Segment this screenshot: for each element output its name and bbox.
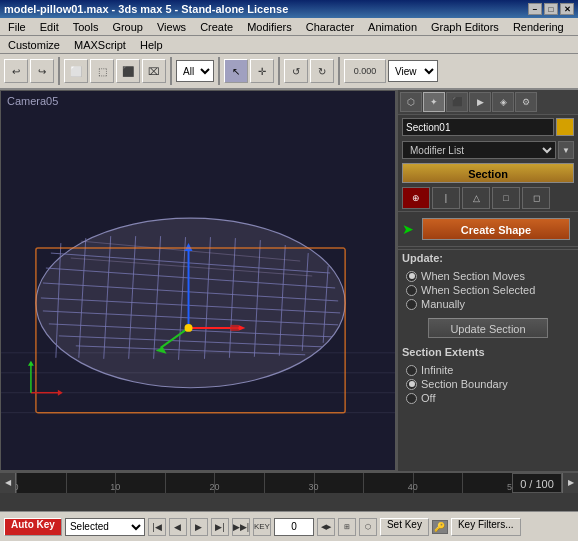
menu-bar-2: Customize MAXScript Help bbox=[0, 36, 578, 54]
mini-controls-3[interactable]: ⬡ bbox=[359, 518, 377, 536]
subobj-element[interactable]: ◻ bbox=[522, 187, 550, 209]
radio-moves-label: When Section Moves bbox=[421, 270, 525, 282]
prev-frame-button[interactable]: ◀ bbox=[169, 518, 187, 536]
mini-controls-2[interactable]: ⊞ bbox=[338, 518, 356, 536]
filter-select[interactable]: All bbox=[176, 60, 214, 82]
timeline-prev-btn[interactable]: ◀ bbox=[0, 473, 16, 493]
panel-icon-display[interactable]: ⬡ bbox=[400, 92, 422, 112]
maximize-button[interactable]: □ bbox=[544, 3, 558, 15]
object-color-box[interactable] bbox=[556, 118, 574, 136]
select-tool[interactable]: ↖ bbox=[224, 59, 248, 83]
panel-icon-motion[interactable]: ▶ bbox=[469, 92, 491, 112]
menu-modifiers[interactable]: Modifiers bbox=[241, 20, 298, 34]
menu-help[interactable]: Help bbox=[134, 38, 169, 52]
menu-edit[interactable]: Edit bbox=[34, 20, 65, 34]
modifier-list-row: Modifier List ▼ bbox=[398, 139, 578, 161]
undo-transform[interactable]: ↺ bbox=[284, 59, 308, 83]
menu-customize[interactable]: Customize bbox=[2, 38, 66, 52]
radio-infinite[interactable]: Infinite bbox=[406, 364, 570, 376]
menu-graph-editors[interactable]: Graph Editors bbox=[425, 20, 505, 34]
radio-off[interactable]: Off bbox=[406, 392, 570, 404]
play-button[interactable]: ▶ bbox=[190, 518, 208, 536]
viewport-canvas bbox=[1, 91, 395, 470]
extents-radio-group: Infinite Section Boundary Off bbox=[398, 360, 578, 408]
menu-animation[interactable]: Animation bbox=[362, 20, 423, 34]
radio-infinite-btn[interactable] bbox=[406, 365, 417, 376]
close-button[interactable]: ✕ bbox=[560, 3, 574, 15]
select-region-button[interactable]: ⬚ bbox=[90, 59, 114, 83]
subobj-edge[interactable]: | bbox=[432, 187, 460, 209]
panel-icon-hierarchy[interactable]: ⬛ bbox=[446, 92, 468, 112]
radio-manually[interactable]: Manually bbox=[406, 298, 570, 310]
radio-moves-btn[interactable] bbox=[406, 271, 417, 282]
next-frame-button[interactable]: ▶| bbox=[211, 518, 229, 536]
toolbar-separator-1 bbox=[58, 57, 60, 85]
menu-tools[interactable]: Tools bbox=[67, 20, 105, 34]
radio-section-boundary[interactable]: Section Boundary bbox=[406, 378, 570, 390]
menu-group[interactable]: Group bbox=[106, 20, 149, 34]
modifier-list-arrow[interactable]: ▼ bbox=[558, 141, 574, 159]
subobj-face[interactable]: △ bbox=[462, 187, 490, 209]
auto-key-button[interactable]: Auto Key bbox=[4, 518, 62, 536]
key-filters-button[interactable]: Key Filters... bbox=[451, 518, 521, 536]
set-key-button[interactable]: Set Key bbox=[380, 518, 429, 536]
radio-off-btn[interactable] bbox=[406, 393, 417, 404]
menu-rendering[interactable]: Rendering bbox=[507, 20, 570, 34]
go-to-start-button[interactable]: |◀ bbox=[148, 518, 166, 536]
toolbar-separator-2 bbox=[170, 57, 172, 85]
menu-file[interactable]: File bbox=[2, 20, 32, 34]
toolbar-separator-3 bbox=[218, 57, 220, 85]
subobj-poly[interactable]: □ bbox=[492, 187, 520, 209]
toolbar-separator-5 bbox=[338, 57, 340, 85]
timeline-next-btn[interactable]: ▶ bbox=[562, 473, 578, 493]
timeline-bar: ◀ 0 10 20 30 40 50 0 / 100 ▶ bbox=[0, 473, 578, 493]
radio-selected-btn[interactable] bbox=[406, 285, 417, 296]
modifier-list-select[interactable]: Modifier List bbox=[402, 141, 556, 159]
radio-boundary-label: Section Boundary bbox=[421, 378, 508, 390]
timeline-track[interactable]: 0 10 20 30 40 50 bbox=[16, 473, 512, 493]
subobj-row: ⊕ | △ □ ◻ bbox=[398, 185, 578, 212]
radio-infinite-label: Infinite bbox=[421, 364, 453, 376]
main-toolbar: ↩ ↪ ⬜ ⬚ ⬛ ⌧ All ↖ ✛ ↺ ↻ 0.000 View bbox=[0, 54, 578, 90]
redo-button[interactable]: ↪ bbox=[30, 59, 54, 83]
timeline-area: ◀ 0 10 20 30 40 50 0 / 100 ▶ bbox=[0, 471, 578, 511]
undo-button[interactable]: ↩ bbox=[4, 59, 28, 83]
panel-icon-modify[interactable]: ✦ bbox=[423, 92, 445, 112]
menu-maxscript[interactable]: MAXScript bbox=[68, 38, 132, 52]
redo-transform[interactable]: ↻ bbox=[310, 59, 334, 83]
view-select[interactable]: View bbox=[388, 60, 438, 82]
object-name-input[interactable] bbox=[402, 118, 554, 136]
mini-controls-1[interactable]: ◀▶ bbox=[317, 518, 335, 536]
selected-dropdown[interactable]: Selected bbox=[65, 518, 145, 536]
radio-manually-btn[interactable] bbox=[406, 299, 417, 310]
menu-bar-1: File Edit Tools Group Views Create Modif… bbox=[0, 18, 578, 36]
update-section-button[interactable]: Update Section bbox=[428, 318, 548, 338]
go-to-end-button[interactable]: ▶▶| bbox=[232, 518, 250, 536]
menu-views[interactable]: Views bbox=[151, 20, 192, 34]
create-shape-button[interactable]: Create Shape bbox=[422, 218, 570, 240]
frame-input[interactable] bbox=[274, 518, 314, 536]
section-button[interactable]: Section bbox=[402, 163, 574, 183]
bottom-controls: Auto Key Selected |◀ ◀ ▶ ▶| ▶▶| KEY ◀▶ ⊞… bbox=[0, 511, 578, 541]
radio-when-selected[interactable]: When Section Selected bbox=[406, 284, 570, 296]
select-filter-button[interactable]: ⬛ bbox=[116, 59, 140, 83]
panel-icon-display2[interactable]: ◈ bbox=[492, 92, 514, 112]
lasso-button[interactable]: ⌧ bbox=[142, 59, 166, 83]
radio-when-moves[interactable]: When Section Moves bbox=[406, 270, 570, 282]
select-move-tool[interactable]: ✛ bbox=[250, 59, 274, 83]
select-object-button[interactable]: ⬜ bbox=[64, 59, 88, 83]
key-mode-button[interactable]: KEY bbox=[253, 518, 271, 536]
update-radio-group: When Section Moves When Section Selected… bbox=[398, 266, 578, 314]
minimize-button[interactable]: − bbox=[528, 3, 542, 15]
panel-icon-utilities[interactable]: ⚙ bbox=[515, 92, 537, 112]
coordinate-display: 0.000 bbox=[344, 59, 386, 83]
viewport-label: Camera05 bbox=[7, 95, 58, 107]
menu-character[interactable]: Character bbox=[300, 20, 360, 34]
menu-create[interactable]: Create bbox=[194, 20, 239, 34]
radio-boundary-btn[interactable] bbox=[406, 379, 417, 390]
right-panel: ⬡ ✦ ⬛ ▶ ◈ ⚙ Modifier List ▼ Section ⊕ | … bbox=[396, 90, 578, 471]
update-section-header: Update: bbox=[398, 249, 578, 266]
subobj-vertex[interactable]: ⊕ bbox=[402, 187, 430, 209]
section-extents-header: Section Extents bbox=[398, 344, 578, 360]
viewport-camera05[interactable]: Camera05 bbox=[0, 90, 396, 471]
